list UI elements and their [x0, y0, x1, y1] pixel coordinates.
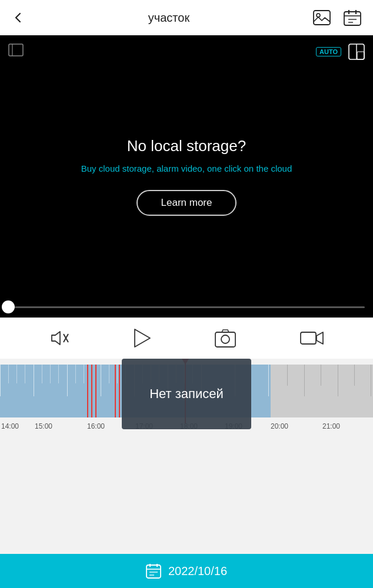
- svg-rect-2: [344, 12, 361, 25]
- gallery-button[interactable]: [311, 8, 333, 28]
- svg-rect-17: [215, 332, 235, 347]
- no-storage-subtitle: Buy cloud storage, alarm video, one clic…: [81, 163, 292, 173]
- calendar-button[interactable]: [341, 7, 364, 28]
- timeline-label-15: 15:00: [35, 422, 52, 430]
- timeline-label-21: 21:00: [322, 422, 340, 430]
- svg-marker-16: [135, 329, 150, 347]
- svg-rect-0: [314, 11, 330, 25]
- play-button[interactable]: [134, 328, 151, 348]
- mute-button[interactable]: [49, 329, 69, 347]
- header: участок: [0, 0, 373, 35]
- timeline-label-16: 16:00: [87, 422, 105, 430]
- svg-rect-8: [9, 44, 23, 56]
- svg-point-1: [317, 14, 320, 17]
- scrubber-thumb[interactable]: [2, 300, 15, 313]
- timeline-label-14: 14:00: [1, 422, 19, 430]
- date-bar[interactable]: 2022/10/16: [0, 554, 373, 588]
- date-label: 2022/10/16: [168, 564, 227, 578]
- calendar-small-icon: [146, 563, 161, 579]
- header-icons: [311, 7, 364, 28]
- page-title: участок: [148, 11, 189, 25]
- controls-bar: [0, 318, 373, 359]
- timeline-section: Нет записей: [0, 359, 373, 494]
- record-button[interactable]: [300, 330, 324, 346]
- svg-marker-20: [317, 332, 323, 344]
- learn-more-button[interactable]: Learn more: [136, 190, 237, 216]
- back-button[interactable]: [9, 9, 27, 26]
- scrubber-track[interactable]: [8, 306, 365, 308]
- no-records-label: Нет записей: [149, 386, 224, 402]
- video-overlay-icon: [8, 42, 24, 58]
- no-storage-message: No local storage? Buy cloud storage, ala…: [58, 137, 316, 216]
- video-top-right: AUTO: [316, 41, 367, 62]
- snapshot-button[interactable]: [215, 329, 236, 348]
- video-area: AUTO No local storage? Buy cloud storage…: [0, 35, 373, 318]
- svg-rect-21: [146, 565, 161, 578]
- auto-badge: AUTO: [316, 47, 341, 56]
- svg-rect-19: [301, 332, 316, 344]
- svg-point-18: [221, 335, 229, 343]
- timeline-label-20: 20:00: [271, 422, 288, 430]
- scrubber-bar: [0, 296, 373, 318]
- no-records-overlay: Нет записей: [122, 359, 251, 429]
- split-view-button[interactable]: [346, 41, 367, 62]
- no-storage-title: No local storage?: [81, 137, 292, 155]
- svg-marker-13: [52, 332, 60, 345]
- svg-rect-12: [357, 52, 364, 59]
